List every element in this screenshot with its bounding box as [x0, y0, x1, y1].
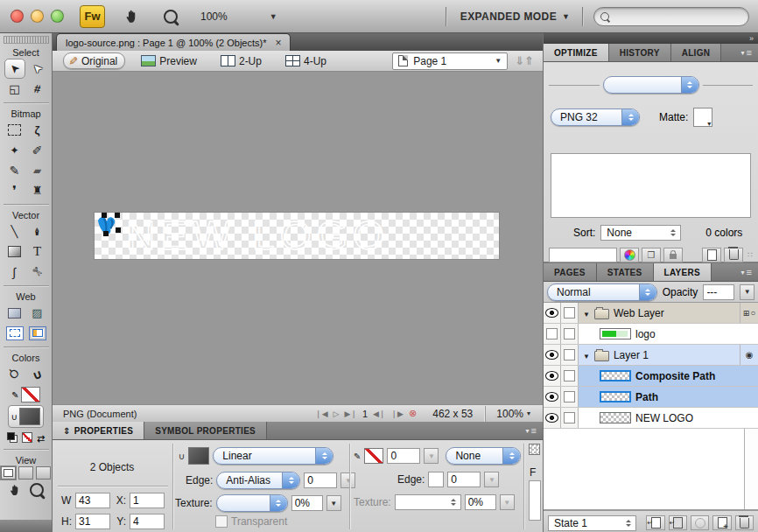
canvas-area[interactable]: NEW LOGO: [53, 72, 543, 404]
pan-hand-icon[interactable]: [124, 8, 141, 24]
collapse-to-icons-bar[interactable]: »: [544, 33, 758, 44]
add-color-button[interactable]: [702, 248, 721, 262]
height-field[interactable]: [75, 514, 110, 529]
visibility-cell[interactable]: [544, 408, 561, 428]
select-cell[interactable]: [561, 387, 579, 407]
color-wheel-button[interactable]: [620, 248, 639, 262]
tab-pages[interactable]: PAGES: [544, 263, 597, 281]
pointer-tool[interactable]: [4, 59, 25, 79]
search-input[interactable]: [614, 9, 743, 24]
stroke-texture-caret[interactable]: ▼: [500, 494, 515, 510]
tab-states[interactable]: STATES: [597, 263, 654, 281]
crop-tool[interactable]: [27, 79, 48, 99]
color-value-field[interactable]: [549, 248, 617, 262]
transparent-checkbox[interactable]: [215, 515, 228, 528]
knife-tool[interactable]: [27, 262, 48, 282]
stroke-texture-amount-field[interactable]: [465, 494, 496, 510]
subselection-tool[interactable]: [27, 59, 48, 79]
fill-texture-select[interactable]: [216, 494, 288, 512]
stroke-texture-select[interactable]: [395, 494, 461, 510]
brush-tool[interactable]: [27, 140, 48, 160]
state-select[interactable]: State 1: [548, 515, 636, 531]
duplicate-layer-button[interactable]: [669, 515, 687, 530]
stroke-color-well[interactable]: ✎: [8, 384, 43, 405]
full-screen-mode-button[interactable]: [36, 466, 51, 480]
fill-texture-amount-field[interactable]: [291, 495, 323, 511]
no-color-icon[interactable]: [22, 432, 32, 443]
stroke-size-caret[interactable]: ▼: [424, 448, 439, 464]
export-format-select[interactable]: PNG 32: [551, 108, 640, 126]
delete-color-button[interactable]: [724, 248, 743, 262]
zoom-level[interactable]: 100%: [200, 10, 228, 23]
selection-handle[interactable]: [103, 231, 109, 236]
select-cell[interactable]: [561, 408, 579, 428]
visibility-cell[interactable]: [544, 345, 561, 365]
fill-edge-select[interactable]: Anti-Alias: [216, 472, 300, 489]
stroke-edge-caret[interactable]: ▼: [484, 472, 499, 487]
active-layer-target-icon[interactable]: ◉: [746, 350, 754, 360]
workspace-mode-button[interactable]: EXPANDED MODE: [460, 10, 557, 23]
selection-handle[interactable]: [116, 228, 121, 233]
rubber-stamp-tool[interactable]: [27, 180, 48, 200]
zoom-tool-icon[interactable]: [164, 10, 178, 24]
original-view-button[interactable]: Original: [63, 52, 125, 69]
text-tool[interactable]: [27, 242, 48, 262]
close-window-button[interactable]: [11, 10, 24, 23]
preview-view-button[interactable]: Preview: [136, 53, 205, 69]
scale-tool[interactable]: [4, 79, 25, 99]
marquee-tool[interactable]: [4, 120, 25, 140]
tab-properties[interactable]: PROPERTIES: [53, 422, 144, 439]
document-tab[interactable]: logo-source.png : Page 1 @ 100% (2 Objec…: [56, 33, 291, 51]
pen-tool[interactable]: [27, 221, 48, 242]
lasso-tool[interactable]: [27, 120, 48, 140]
select-cell[interactable]: [561, 324, 579, 344]
tab-symbol-properties[interactable]: SYMBOL PROPERTIES: [144, 422, 267, 439]
tab-optimize[interactable]: OPTIMIZE: [544, 44, 609, 61]
panel-drag-handle[interactable]: [4, 36, 49, 44]
canvas[interactable]: NEW LOGO: [95, 213, 499, 259]
new-layer-button[interactable]: [712, 515, 731, 530]
last-state-icon[interactable]: ▶❘: [344, 410, 356, 418]
layer-row-logo[interactable]: logo: [544, 324, 758, 345]
radio-circle-icon[interactable]: ○: [750, 308, 755, 318]
layers-scrollbar[interactable]: [744, 429, 758, 509]
matte-color-swatch[interactable]: [693, 108, 712, 127]
width-field[interactable]: [75, 493, 110, 508]
fill-color-well[interactable]: ∪: [8, 405, 44, 428]
magnify-tool[interactable]: [30, 483, 44, 497]
visibility-cell[interactable]: [544, 303, 561, 323]
layer-row-composite-path[interactable]: Composite Path: [544, 366, 758, 387]
hand-tool[interactable]: [9, 483, 23, 497]
first-state-icon[interactable]: ❘◀: [315, 410, 327, 418]
stop-icon[interactable]: ⊗: [409, 408, 417, 419]
canvas-logo-text[interactable]: NEW LOGO: [126, 211, 390, 257]
next-state-icon[interactable]: ❘▶: [391, 410, 404, 418]
select-cell[interactable]: [561, 345, 579, 365]
pencil-tool[interactable]: [4, 160, 25, 180]
four-up-view-button[interactable]: 4-Up: [280, 53, 334, 69]
panel-menu-icon[interactable]: [735, 44, 758, 61]
layer-row-path[interactable]: Path: [544, 387, 758, 408]
stroke-size-field[interactable]: [387, 448, 420, 464]
zoom-window-button[interactable]: [51, 10, 64, 23]
slice-tool[interactable]: [27, 303, 48, 323]
tab-history[interactable]: HISTORY: [609, 44, 671, 61]
previous-state-icon[interactable]: ◀❘: [373, 410, 385, 418]
layer-row-layer-1[interactable]: Layer 1 ◉: [544, 345, 758, 366]
stroke-color-swatch[interactable]: [364, 448, 383, 464]
filters-swatch-icon[interactable]: [529, 444, 540, 455]
page-select[interactable]: Page 1 ▼: [392, 52, 508, 70]
blend-mode-select[interactable]: Normal: [547, 284, 657, 301]
stroke-category-select[interactable]: None: [446, 447, 521, 465]
tab-align[interactable]: ALIGN: [671, 44, 722, 61]
visibility-cell[interactable]: [544, 387, 561, 407]
minimize-window-button[interactable]: [31, 10, 44, 23]
select-cell[interactable]: [561, 303, 579, 323]
hide-slices-button[interactable]: [4, 323, 25, 343]
selection-handle[interactable]: [115, 213, 120, 218]
selection-handle[interactable]: [102, 213, 107, 218]
stroke-edge-amount-field[interactable]: [447, 472, 481, 487]
sort-select[interactable]: None: [600, 225, 681, 241]
magic-wand-tool[interactable]: [4, 140, 25, 160]
tab-layers[interactable]: LAYERS: [654, 263, 712, 281]
